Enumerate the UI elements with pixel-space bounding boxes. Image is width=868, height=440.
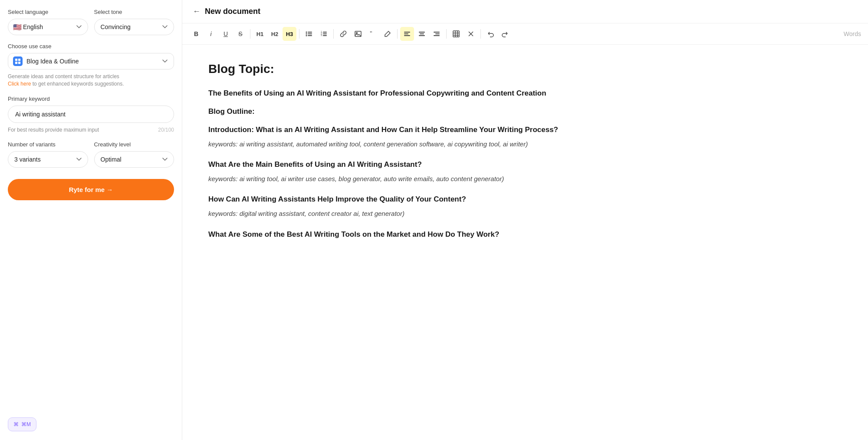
svg-rect-13 <box>323 33 327 34</box>
variants-field: Number of variants 3 variants <box>8 141 88 168</box>
toolbar-divider-6 <box>480 29 481 39</box>
section-1-keywords: keywords: ai writing assistant, automate… <box>208 139 634 149</box>
svg-text:": " <box>370 30 372 37</box>
variants-select[interactable]: 3 variants <box>8 151 88 168</box>
h1-button[interactable]: H1 <box>253 27 267 41</box>
creativity-field: Creativity level Optimal <box>94 141 174 168</box>
highlight-button[interactable] <box>381 27 395 41</box>
h3-button[interactable]: H3 <box>283 27 296 41</box>
use-case-label: Choose use case <box>8 43 174 50</box>
toolbar-divider-3 <box>333 29 334 39</box>
char-count: 20/100 <box>158 127 174 133</box>
svg-rect-7 <box>308 33 312 34</box>
section-4: What Are Some of the Best AI Writing Too… <box>208 229 634 240</box>
svg-rect-5 <box>308 32 312 33</box>
svg-rect-20 <box>404 33 408 34</box>
bullet-list-button[interactable] <box>302 27 316 41</box>
creativity-select[interactable]: Optimal <box>94 151 174 168</box>
align-left-button[interactable] <box>400 27 414 41</box>
italic-button[interactable]: i <box>204 27 218 41</box>
back-button[interactable]: ← <box>193 7 201 16</box>
creativity-label: Creativity level <box>94 141 174 148</box>
svg-rect-11 <box>323 32 327 33</box>
editor-content[interactable]: Blog Topic: The Benefits of Using an AI … <box>182 45 660 440</box>
words-label: Words <box>844 30 861 37</box>
tone-field: Select tone Convincing <box>94 9 174 35</box>
svg-rect-15 <box>323 35 327 36</box>
undo-button[interactable] <box>483 27 497 41</box>
language-field: Select language 🇺🇸 English <box>8 9 88 35</box>
svg-point-8 <box>306 35 307 36</box>
align-center-button[interactable] <box>415 27 429 41</box>
editor-area: ← New document B i U S H1 H2 H3 1.2.3. " <box>182 0 868 440</box>
clear-format-button[interactable] <box>464 27 478 41</box>
svg-rect-23 <box>420 33 424 34</box>
underline-button[interactable]: U <box>219 27 233 41</box>
shortcut-icon: ⌘ <box>13 421 19 427</box>
svg-rect-25 <box>434 32 440 33</box>
section-2: What Are the Main Benefits of Using an A… <box>208 159 634 184</box>
bold-button[interactable]: B <box>189 27 203 41</box>
ryte-button[interactable]: Ryte for me → <box>8 179 174 200</box>
section-3: How Can AI Writing Assistants Help Impro… <box>208 194 634 218</box>
section-3-keywords: keywords: digital writing assistant, con… <box>208 209 634 219</box>
strikethrough-button[interactable]: S <box>233 27 247 41</box>
section-2-heading: What Are the Main Benefits of Using an A… <box>208 159 634 170</box>
svg-text:3.: 3. <box>321 34 322 36</box>
toolbar-divider-2 <box>299 29 299 39</box>
shortcut-key: ⌘M <box>21 421 31 427</box>
svg-rect-22 <box>419 32 425 33</box>
section-1: Introduction: What is an AI Writing Assi… <box>208 125 634 149</box>
svg-rect-9 <box>308 35 312 36</box>
sidebar: Select language 🇺🇸 English Select tone C… <box>0 0 182 440</box>
doc-title: New document <box>205 7 260 16</box>
h2-button[interactable]: H2 <box>268 27 282 41</box>
toolbar-divider-5 <box>446 29 447 39</box>
svg-rect-26 <box>435 33 440 34</box>
variants-label: Number of variants <box>8 141 88 148</box>
use-case-hint: Generate ideas and content structure for… <box>8 73 174 88</box>
language-select[interactable]: English <box>8 19 88 35</box>
image-button[interactable] <box>351 27 365 41</box>
keyword-label: Primary keyword <box>8 96 174 102</box>
section-1-heading: Introduction: What is an AI Writing Assi… <box>208 125 634 135</box>
keyword-hint: For best results provide maximum input <box>8 126 99 134</box>
use-case-field: Choose use case Blog Idea & Outline Gene… <box>8 43 174 88</box>
blog-title: The Benefits of Using an AI Writing Assi… <box>208 88 634 99</box>
use-case-select[interactable]: Blog Idea & Outline <box>8 53 174 69</box>
table-button[interactable] <box>449 27 463 41</box>
section-2-keywords: keywords: ai writing tool, ai writer use… <box>208 174 634 184</box>
svg-rect-27 <box>434 35 440 36</box>
outline-label: Blog Outline: <box>208 107 634 116</box>
keyword-field: Primary keyword For best results provide… <box>8 96 174 134</box>
svg-rect-21 <box>404 35 410 36</box>
svg-rect-24 <box>419 35 425 36</box>
language-label: Select language <box>8 9 88 15</box>
svg-rect-19 <box>404 32 410 33</box>
align-right-button[interactable] <box>430 27 444 41</box>
quote-button[interactable]: " <box>366 27 380 41</box>
section-3-heading: How Can AI Writing Assistants Help Impro… <box>208 194 634 205</box>
tone-label: Select tone <box>94 9 174 15</box>
keywords-link[interactable]: Click here <box>8 81 31 87</box>
keyword-input[interactable] <box>8 106 174 123</box>
toolbar: B i U S H1 H2 H3 1.2.3. " <box>182 23 868 45</box>
redo-button[interactable] <box>498 27 512 41</box>
link-button[interactable] <box>336 27 350 41</box>
tone-select[interactable]: Convincing <box>94 19 174 35</box>
toolbar-divider-4 <box>397 29 398 39</box>
svg-point-6 <box>306 33 307 35</box>
shortcut-badge: ⌘ ⌘M <box>8 417 36 431</box>
svg-point-4 <box>306 32 307 33</box>
numbered-list-button[interactable]: 1.2.3. <box>317 27 331 41</box>
blog-topic-heading: Blog Topic: <box>208 62 634 76</box>
section-4-heading: What Are Some of the Best AI Writing Too… <box>208 229 634 240</box>
toolbar-divider-1 <box>250 29 250 39</box>
svg-rect-28 <box>453 31 459 37</box>
editor-header: ← New document <box>182 0 868 23</box>
